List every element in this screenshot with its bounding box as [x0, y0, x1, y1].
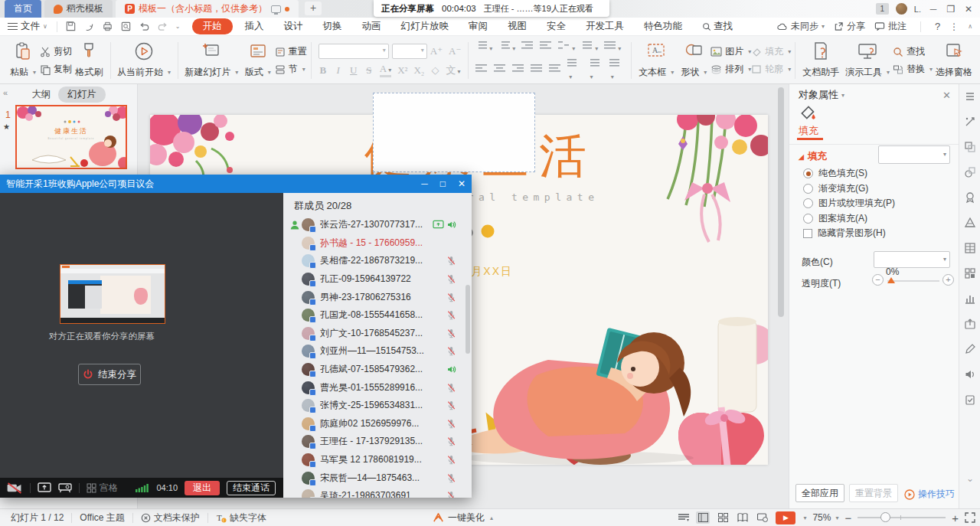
- transparency-thumb[interactable]: [887, 277, 895, 283]
- new-tab-button[interactable]: +: [305, 2, 322, 15]
- selection-placeholder[interactable]: [373, 93, 535, 172]
- member-row[interactable]: 孔正-09-15964139722: [283, 270, 472, 289]
- find-button[interactable]: 查找: [893, 45, 933, 58]
- undo-icon[interactable]: [139, 21, 150, 32]
- smartart-icon[interactable]: [964, 217, 976, 229]
- distribute-icon[interactable]: [549, 63, 561, 76]
- bullets-icon[interactable]: ▾: [475, 40, 492, 53]
- replace-button[interactable]: 替换▾: [893, 63, 933, 76]
- format-painter-button[interactable]: 格式刷: [72, 39, 106, 82]
- present-tools-button[interactable]: 演示工具▾: [842, 39, 893, 82]
- zoom-out-button[interactable]: −: [844, 511, 851, 524]
- row-spacing-icon[interactable]: ▾: [567, 57, 582, 81]
- member-list-scrollbar[interactable]: [466, 285, 470, 354]
- export-icon[interactable]: [964, 318, 976, 330]
- restore-button[interactable]: ❐: [946, 4, 956, 15]
- underline-button[interactable]: U: [349, 64, 358, 77]
- align-right-icon[interactable]: [512, 63, 524, 76]
- indent-decrease-icon[interactable]: [521, 40, 534, 53]
- pen-icon[interactable]: [964, 343, 976, 355]
- grid-view-button[interactable]: 宫格: [87, 482, 118, 495]
- member-row[interactable]: 曹光昊-01-1555289916...: [283, 378, 472, 397]
- paragraph-spacing-icon[interactable]: ▾: [589, 57, 603, 81]
- tab-current-document[interactable]: P 模板一（含小标题，仅供参考）: [116, 0, 299, 18]
- doc-assistant-button[interactable]: 文档助手: [799, 39, 842, 82]
- user-avatar[interactable]: [896, 3, 907, 15]
- member-row[interactable]: 孔国龙-08-1555441658...: [283, 306, 472, 325]
- more-paragraph-icon[interactable]: ▾: [609, 57, 624, 81]
- layout-grid-icon[interactable]: [964, 267, 976, 279]
- animation-icon[interactable]: [964, 141, 976, 153]
- member-row[interactable]: 刘广文-10-1768545237...: [283, 325, 472, 343]
- notification-badge[interactable]: 1: [876, 3, 889, 15]
- transparency-track[interactable]: [887, 280, 939, 282]
- beautify-wand-icon[interactable]: [964, 116, 976, 128]
- superscript-button[interactable]: X²: [397, 64, 407, 77]
- fill-option-radio[interactable]: 纯色填充(S): [803, 167, 867, 180]
- align-center-icon[interactable]: [494, 63, 506, 76]
- meeting-title-bar[interactable]: 智能开采1班收购Apple公司项目议会 ─ □ ✕: [0, 175, 472, 193]
- reset-background-button[interactable]: 重置背景: [849, 484, 898, 502]
- fill-option-radio[interactable]: 图片或纹理填充(P): [803, 197, 895, 210]
- member-row[interactable]: 张云浩-27-1307077317...: [283, 216, 472, 234]
- member-row[interactable]: 马军昊 12 1786081919...: [283, 451, 472, 469]
- new-slide-button[interactable]: 新建幻灯片▾: [182, 39, 241, 82]
- fill-preset-dropdown[interactable]: [878, 145, 950, 164]
- apply-all-button[interactable]: 全部应用: [795, 484, 844, 502]
- clear-format-icon[interactable]: ◇: [430, 64, 439, 77]
- tab-docer-templates[interactable]: 稻壳模板: [44, 0, 113, 18]
- menu-icon[interactable]: [964, 90, 976, 103]
- collapse-panel-icon[interactable]: «: [3, 88, 8, 97]
- copy-button[interactable]: 复制: [40, 63, 72, 76]
- member-row[interactable]: 吴相儒-22-1867873219...: [283, 252, 472, 270]
- minimize-button[interactable]: ─: [928, 4, 939, 15]
- print-icon[interactable]: [102, 21, 113, 32]
- member-row[interactable]: 王理任 - 17-137929135...: [283, 433, 472, 451]
- fill-button[interactable]: 填充▾: [751, 45, 791, 58]
- exit-button[interactable]: 退出: [185, 481, 220, 495]
- clipboard-check-icon[interactable]: [964, 394, 976, 406]
- collapse-ribbon-icon[interactable]: ∧: [968, 23, 972, 30]
- font-name-combo[interactable]: [318, 44, 389, 59]
- fit-slide-icon[interactable]: [965, 512, 975, 523]
- shapes-button[interactable]: 形状▾: [677, 39, 710, 82]
- comment-button[interactable]: 批注: [874, 20, 906, 33]
- picture-button[interactable]: 图片▾: [710, 45, 751, 58]
- camera-off-icon[interactable]: [6, 482, 23, 494]
- member-row[interactable]: 张博文-25-1596534831...: [283, 397, 472, 415]
- menu-item[interactable]: 查找: [694, 18, 740, 34]
- menu-item[interactable]: 开发工具: [578, 18, 632, 34]
- menu-item[interactable]: 切换: [315, 18, 350, 34]
- arrange-button[interactable]: 排列▾: [710, 63, 751, 76]
- protection-status[interactable]: 文档未保护: [141, 511, 200, 524]
- italic-button[interactable]: I: [334, 64, 343, 77]
- tab-home[interactable]: 首页: [5, 0, 41, 18]
- meeting-window[interactable]: 智能开采1班收购Apple公司项目议会 ─ □ ✕: [0, 175, 472, 498]
- meeting-minimize-icon[interactable]: ─: [421, 178, 428, 189]
- table-icon[interactable]: [964, 242, 976, 254]
- slide-sorter-view-button[interactable]: [716, 511, 730, 524]
- normal-view-button[interactable]: [696, 511, 710, 524]
- meeting-maximize-icon[interactable]: □: [440, 178, 446, 189]
- tips-link[interactable]: 操作技巧: [904, 488, 955, 501]
- beautify-button[interactable]: 一键美化 ▴: [433, 511, 493, 524]
- end-share-button[interactable]: 结束分享: [78, 364, 141, 385]
- menu-item[interactable]: 审阅: [461, 18, 495, 34]
- strip-more-icon[interactable]: ⌄: [964, 473, 976, 485]
- end-call-button[interactable]: 结束通话: [227, 481, 276, 495]
- slide-1-thumbnail[interactable]: 健康生活 Beautiful general template: [15, 105, 127, 169]
- transparency-minus-button[interactable]: −: [872, 274, 884, 286]
- fill-bucket-icon[interactable]: [799, 103, 818, 123]
- transparency-plus-button[interactable]: +: [942, 274, 954, 286]
- menu-item[interactable]: 视图: [500, 18, 534, 34]
- text-direction-icon[interactable]: ▾: [581, 40, 598, 53]
- strikethrough-button[interactable]: S: [364, 64, 374, 77]
- fill-option-radio[interactable]: 渐变填充(G): [803, 182, 868, 195]
- align-justify-icon[interactable]: [531, 63, 543, 76]
- sync-status-button[interactable]: 未同步▾: [777, 20, 825, 33]
- print-preview-icon[interactable]: [120, 21, 132, 32]
- phonetic-button[interactable]: 文▾: [446, 64, 460, 77]
- columns-icon[interactable]: ▾: [558, 40, 575, 53]
- menu-item[interactable]: 特色功能: [636, 18, 690, 34]
- zoom-in-button[interactable]: +: [952, 511, 959, 524]
